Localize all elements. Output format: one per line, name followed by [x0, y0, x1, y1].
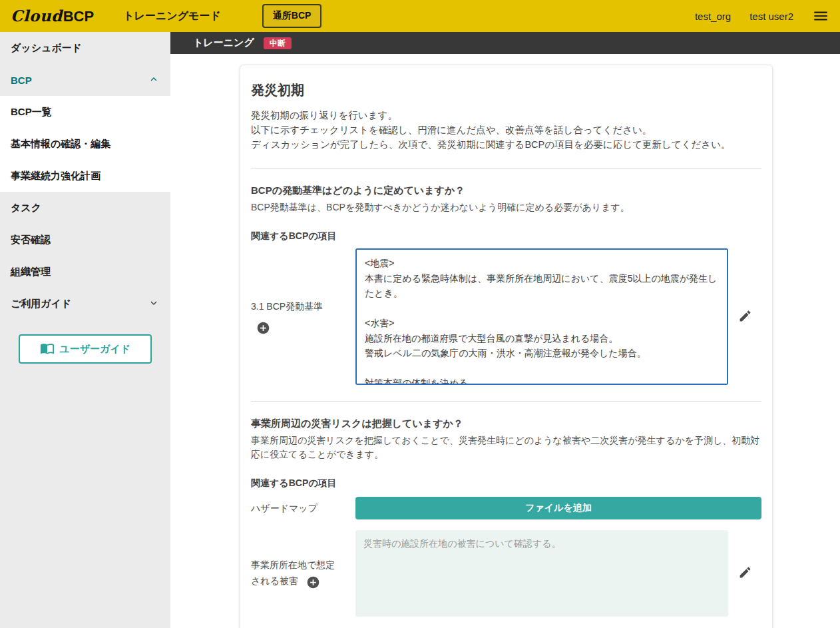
- expected-damage-textarea[interactable]: [355, 530, 728, 617]
- sidebar-item-label: ダッシュボード: [11, 42, 82, 55]
- sidebar-item-label: ご利用ガイド: [11, 298, 71, 310]
- sidebar-item-label: 基本情報の確認・編集: [11, 138, 110, 151]
- add-circle-icon[interactable]: [256, 321, 271, 336]
- sidebar-item-label: 安否確認: [11, 234, 51, 246]
- header-right-group: test_org test user2: [695, 7, 829, 25]
- expected-damage-label-line2: される被害: [251, 573, 355, 589]
- expected-damage-label-col: 事業所所在地で想定 される被害: [251, 530, 355, 617]
- training-card: 発災初期 発災初期の振り返りを行います。 以下に示すチェックリストを確認し、円滑…: [240, 65, 773, 628]
- sidebar-item-bcp[interactable]: BCP: [0, 64, 170, 96]
- bcp-activation-criteria-textarea[interactable]: <地震> 本書に定める緊急時体制は、事業所所在地周辺において、震度5以上の地震が…: [355, 248, 728, 385]
- page-title: 発災初期: [251, 80, 761, 100]
- cloudbcp-logo[interactable]: Cloud BCP: [11, 7, 94, 25]
- sidebar-item-basic-info[interactable]: 基本情報の確認・編集: [0, 128, 170, 160]
- org-name-label[interactable]: test_org: [695, 11, 731, 22]
- app-root: Cloud BCP トレーニングモード 通所BCP test_org test …: [0, 0, 840, 628]
- main-content: トレーニング 中断 発災初期 発災初期の振り返りを行います。 以下に示すチェック…: [170, 32, 840, 628]
- hazard-map-label: ハザードマップ: [251, 500, 355, 516]
- edit-pencil-icon[interactable]: [735, 306, 755, 328]
- intro-line: ディスカッションが完了したら、次項で、発災初期に関連するBCPの項目を必要に応じ…: [251, 137, 761, 152]
- logo-bcp-text: BCP: [63, 8, 94, 25]
- section2-description: 事業所周辺の災害リスクを把握しておくことで、災害発生時にどのような被害や二次災害…: [251, 434, 761, 462]
- app-header: Cloud BCP トレーニングモード 通所BCP test_org test …: [0, 0, 840, 32]
- edit-pencil-icon[interactable]: [735, 563, 755, 584]
- intro-text: 発災初期の振り返りを行います。 以下に示すチェックリストを確認し、円滑に進んだ点…: [251, 108, 761, 152]
- sidebar-item-safety-confirmation[interactable]: 安否確認: [0, 224, 170, 256]
- book-icon: [40, 341, 55, 358]
- expected-damage-edit-col: [728, 530, 761, 617]
- sidebar-item-label: BCP: [11, 75, 32, 86]
- expected-damage-row: 事業所所在地で想定 される被害: [251, 530, 761, 617]
- sidebar-item-bcp-list[interactable]: BCP一覧: [0, 96, 170, 128]
- status-badge: 中断: [264, 37, 292, 49]
- hamburger-menu-icon[interactable]: [812, 7, 829, 25]
- section1-question: BCPの発動基準はどのように定めていますか？: [251, 183, 761, 198]
- expected-damage-label-line1: 事業所所在地で想定: [251, 557, 355, 573]
- intro-line: 以下に示すチェックリストを確認し、円滑に進んだ点や、改善点等を話し合ってください…: [251, 123, 761, 137]
- training-bar-title: トレーニング: [193, 37, 254, 49]
- bcp-activation-criteria-edit-col: [728, 248, 761, 385]
- section2-question: 事業所周辺の災害リスクは把握していますか？: [251, 416, 761, 431]
- sidebar-item-label: BCP一覧: [11, 106, 52, 119]
- sidebar-item-label: 事業継続力強化計画: [11, 170, 101, 182]
- training-bar: トレーニング 中断: [170, 32, 840, 54]
- section1-description: BCP発動基準は、BCPを発動すべきかどうか迷わないよう明確に定める必要がありま…: [251, 200, 761, 214]
- expected-damage-label-text: される被害: [251, 575, 298, 586]
- logo-cloud-text: Cloud: [11, 7, 63, 25]
- user-guide-button[interactable]: ユーザーガイド: [19, 334, 152, 364]
- sidebar-item-dashboard[interactable]: ダッシュボード: [0, 32, 170, 64]
- chevron-up-icon: [148, 73, 160, 87]
- user-name-label[interactable]: test user2: [749, 11, 793, 22]
- chevron-down-icon: [148, 297, 160, 311]
- bcp-activation-criteria-label: 3.1 BCP発動基準: [251, 298, 355, 314]
- sidebar-item-tasks[interactable]: タスク: [0, 192, 170, 224]
- intro-line: 発災初期の振り返りを行います。: [251, 108, 761, 123]
- user-guide-button-label: ユーザーガイド: [60, 343, 131, 356]
- section-divider: [251, 401, 761, 402]
- sidebar-item-label: タスク: [11, 202, 41, 214]
- facility-bcp-button[interactable]: 通所BCP: [262, 4, 322, 28]
- hazard-map-label-col: ハザードマップ: [251, 500, 355, 516]
- section-divider: [251, 168, 761, 168]
- add-file-button[interactable]: ファイルを追加: [355, 497, 761, 519]
- training-mode-label: トレーニングモード: [123, 9, 221, 23]
- sidebar-item-business-continuity-plan[interactable]: 事業継続力強化計画: [0, 160, 170, 192]
- sidebar-item-label: 組織管理: [11, 266, 51, 278]
- add-circle-icon[interactable]: [306, 574, 320, 590]
- sidebar: ダッシュボード BCP BCP一覧 基本情報の確認・編集 事業継続力強化計画 タ…: [0, 32, 170, 628]
- sidebar-item-usage-guide[interactable]: ご利用ガイド: [0, 288, 170, 320]
- section2-related-bcp-label: 関連するBCPの項目: [251, 476, 761, 490]
- section1-related-bcp-label: 関連するBCPの項目: [251, 229, 761, 243]
- sidebar-item-org-management[interactable]: 組織管理: [0, 256, 170, 288]
- hazard-map-row: ハザードマップ ファイルを追加: [251, 497, 761, 519]
- bcp-activation-criteria-left: 3.1 BCP発動基準: [251, 248, 355, 385]
- bcp-activation-criteria-row: 3.1 BCP発動基準 <地震> 本書に定める緊急時体制は、事業所所在地周辺にお…: [251, 248, 761, 385]
